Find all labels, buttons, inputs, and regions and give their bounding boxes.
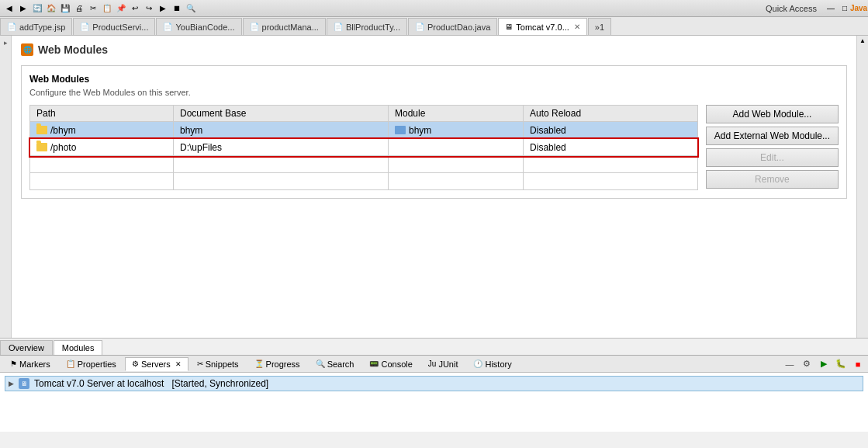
tab-label-bllproductty: BllProductTy...: [346, 23, 400, 32]
add-external-web-module-button[interactable]: Add External Web Module...: [706, 127, 839, 145]
junit-icon: Ju: [428, 359, 437, 368]
tab-label-addtype: addType.jsp: [19, 23, 65, 32]
console-icon: 📟: [369, 359, 379, 368]
table-row[interactable]: [30, 156, 698, 173]
page-title-text: Web Modules: [38, 43, 108, 56]
toolbar-icon-1[interactable]: ◀: [3, 2, 16, 15]
tab-addtype[interactable]: 📄 addType.jsp: [0, 18, 72, 35]
toolbar-icon-6[interactable]: 🖨: [73, 2, 85, 15]
settings-button[interactable]: ⚙: [800, 357, 814, 371]
stop-button[interactable]: ■: [851, 357, 865, 371]
right-gutter: ▲: [856, 36, 868, 338]
search-icon: 🔍: [316, 359, 325, 368]
toolbar-icon-minimize[interactable]: —: [825, 2, 837, 15]
tab-productdao[interactable]: 📄 ProductDao.java: [408, 18, 497, 35]
tab-modules[interactable]: Modules: [54, 340, 103, 355]
table-row[interactable]: /bhym bhym bhym: [30, 122, 698, 139]
servers-icon: ⚙: [132, 359, 139, 368]
web-modules-box: Web Modules Configure the Web Modules on…: [21, 65, 847, 199]
debug-button[interactable]: 🐛: [834, 357, 848, 371]
remove-button[interactable]: Remove: [706, 170, 839, 189]
bottom-tab-snippets-label: Snippets: [206, 359, 239, 369]
gutter-marker: ▸: [4, 39, 8, 47]
edit-button[interactable]: Edit...: [706, 148, 839, 167]
toolbar-icon-13[interactable]: ⏹: [171, 2, 183, 15]
close-icon[interactable]: ✕: [574, 23, 580, 31]
cell-path-4: [30, 173, 174, 190]
col-module: Module: [389, 106, 524, 122]
cell-path-1: /bhym: [30, 122, 174, 139]
toolbar-icon-4[interactable]: 🏠: [45, 2, 57, 15]
bottom-tab-markers-label: Markers: [19, 359, 50, 369]
bottom-tab-snippets[interactable]: ✂ Snippets: [190, 357, 246, 371]
tab-icon-productdao: 📄: [415, 23, 424, 31]
modules-table: Path Document Base Module Auto Reload: [29, 105, 698, 190]
tab-bllproductty[interactable]: 📄 BllProductTy...: [327, 18, 407, 35]
tab-label-productdao: ProductDao.java: [427, 23, 490, 32]
bottom-tab-progress[interactable]: ⏳ Progress: [247, 357, 307, 371]
left-gutter: ▸: [0, 36, 12, 338]
editor-view-tabs: Overview Modules: [0, 338, 868, 355]
bottom-tab-junit[interactable]: Ju JUnit: [421, 357, 465, 371]
page-title: 🌐 Web Modules: [21, 43, 847, 56]
run-button[interactable]: ▶: [817, 357, 831, 371]
toolbar-icon-3[interactable]: 🔄: [31, 2, 43, 15]
folder-icon: [36, 126, 47, 134]
cell-docbase-4: [173, 173, 388, 190]
progress-icon: ⏳: [254, 359, 264, 368]
bottom-tab-markers[interactable]: ⚑ Markers: [3, 357, 57, 371]
tab-icon-bllproductty: 📄: [334, 23, 343, 31]
add-web-module-button[interactable]: Add Web Module...: [706, 105, 839, 123]
toolbar-icon-10[interactable]: ↩: [129, 2, 141, 15]
toolbar-icon-7[interactable]: ✂: [87, 2, 99, 15]
editor-tab-bar: 📄 addType.jsp 📄 ProductServi... 📄 YouBia…: [0, 17, 868, 36]
bottom-tab-servers-label: Servers: [141, 359, 171, 369]
server-row[interactable]: ▶ 🖥 Tomcat v7.0 Server at localhost [Sta…: [5, 376, 863, 391]
cell-autoreload-4: [524, 173, 698, 190]
main-window: ◀ ▶ 🔄 🏠 💾 🖨 ✂ 📋 📌 ↩ ↪ ▶ ⏹ 🔍 Quick Access…: [0, 0, 868, 448]
cell-path-2: /photo: [30, 139, 174, 156]
cell-docbase-3: [173, 156, 388, 173]
toolbar-icon-9[interactable]: 📌: [115, 2, 127, 15]
table-row[interactable]: [30, 173, 698, 190]
toolbar-icon-14[interactable]: 🔍: [185, 2, 197, 15]
folder-icon: [36, 143, 47, 151]
tab-tomcat[interactable]: 🖥 Tomcat v7.0... ✕: [498, 18, 586, 35]
module-icon: [395, 126, 406, 134]
tab-productmana[interactable]: 📄 productMana...: [243, 18, 326, 35]
snippets-icon: ✂: [197, 359, 203, 368]
expand-arrow-icon[interactable]: ▶: [9, 380, 14, 387]
server-status: [Started, Synchronized]: [171, 378, 268, 389]
cell-path-3: [30, 156, 174, 173]
tab-overview[interactable]: Overview: [0, 340, 53, 355]
bottom-tab-history[interactable]: 🕐 History: [466, 357, 518, 371]
tab-youbian[interactable]: 📄 YouBianCode...: [156, 18, 241, 35]
servers-close-icon[interactable]: ✕: [175, 360, 182, 368]
bottom-tab-console[interactable]: 📟 Console: [362, 357, 419, 371]
minimize-bottom-button[interactable]: —: [783, 357, 797, 371]
quick-access-label: Quick Access: [759, 4, 823, 13]
cell-autoreload-2: Disabled: [524, 139, 698, 156]
bottom-tab-properties[interactable]: 📋 Properties: [59, 357, 123, 371]
toolbar-icon-java: Java: [852, 2, 865, 15]
bottom-tab-progress-label: Progress: [266, 359, 300, 369]
markers-icon: ⚑: [10, 359, 17, 368]
cell-module-2: [389, 139, 524, 156]
tab-overflow[interactable]: »1: [588, 18, 611, 35]
toolbar-icon-maximize[interactable]: □: [839, 2, 851, 15]
middle-section: ▸ 🌐 Web Modules Web Modules Configure th…: [0, 36, 868, 448]
bottom-tab-search[interactable]: 🔍 Search: [309, 357, 361, 371]
server-label: Tomcat v7.0 Server at localhost: [34, 378, 164, 389]
subsection-desc: Configure the Web Modules on this server…: [29, 88, 839, 97]
bottom-tab-servers[interactable]: ⚙ Servers ✕: [125, 357, 188, 371]
bottom-tab-history-label: History: [485, 359, 511, 369]
toolbar-icon-11[interactable]: ↪: [143, 2, 155, 15]
toolbar-icon-2[interactable]: ▶: [17, 2, 29, 15]
cell-module-4: [389, 173, 524, 190]
toolbar-icon-8[interactable]: 📋: [101, 2, 113, 15]
toolbar-icon-12[interactable]: ▶: [157, 2, 169, 15]
tab-overview-label: Overview: [9, 343, 44, 352]
table-row[interactable]: /photo D:\upFiles Disabled: [30, 139, 698, 156]
toolbar-icon-5[interactable]: 💾: [59, 2, 71, 15]
tab-productservi[interactable]: 📄 ProductServi...: [73, 18, 155, 35]
